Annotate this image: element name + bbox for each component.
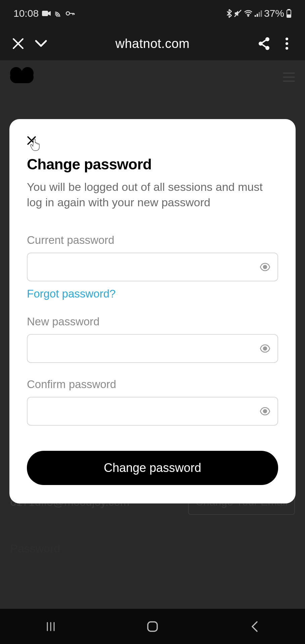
- cursor-hand-icon: [30, 139, 41, 151]
- svg-rect-10: [261, 10, 262, 17]
- eye-icon[interactable]: [259, 261, 271, 273]
- current-password-input[interactable]: [34, 261, 259, 273]
- status-time: 10:08: [13, 8, 39, 19]
- wifi-icon: [244, 10, 253, 17]
- svg-point-26: [263, 265, 267, 269]
- svg-point-27: [263, 347, 267, 350]
- android-nav-bar: [0, 609, 305, 644]
- svg-rect-7: [255, 15, 256, 17]
- confirm-password-label: Confirm password: [27, 378, 278, 391]
- bg-password-label: Password: [10, 542, 60, 555]
- change-password-modal: Change password You will be logged out o…: [9, 119, 296, 503]
- svg-rect-13: [288, 15, 290, 17]
- svg-point-22: [286, 42, 288, 45]
- current-password-field: Current password Forgot password?: [27, 234, 278, 300]
- svg-rect-0: [42, 11, 48, 16]
- more-icon[interactable]: [279, 36, 295, 52]
- key-icon: [66, 11, 75, 16]
- status-bar: 10:08 37%: [0, 0, 305, 27]
- whatnot-logo[interactable]: [10, 71, 34, 83]
- confirm-password-field: Confirm password: [27, 378, 278, 426]
- hamburger-icon[interactable]: [283, 72, 295, 82]
- status-battery: 37%: [264, 8, 284, 19]
- svg-point-23: [286, 47, 288, 50]
- browser-bar: whatnot.com: [0, 27, 305, 60]
- svg-point-28: [263, 410, 267, 413]
- svg-line-19: [262, 40, 266, 43]
- video-icon: [42, 10, 51, 17]
- page-header: [0, 60, 305, 94]
- forgot-password-link[interactable]: Forgot password?: [27, 287, 116, 300]
- svg-line-20: [262, 45, 266, 47]
- modal-title: Change password: [27, 156, 278, 173]
- bluetooth-icon: [226, 9, 232, 18]
- confirm-password-input[interactable]: [34, 406, 259, 417]
- modal-close-button[interactable]: [27, 136, 40, 149]
- svg-rect-32: [148, 622, 157, 631]
- back-button[interactable]: [246, 619, 262, 635]
- signal-icon: [255, 10, 262, 17]
- change-password-button[interactable]: Change password: [27, 451, 278, 485]
- close-tab-icon[interactable]: [10, 36, 26, 52]
- new-password-label: New password: [27, 315, 278, 328]
- status-left: 10:08: [13, 8, 75, 19]
- home-button[interactable]: [144, 619, 161, 635]
- svg-rect-12: [288, 9, 290, 10]
- battery-icon: [286, 9, 292, 18]
- current-password-label: Current password: [27, 234, 278, 247]
- cast-icon: [54, 10, 62, 17]
- chevron-down-icon[interactable]: [33, 36, 49, 52]
- new-password-field: New password: [27, 315, 278, 363]
- recent-apps-button[interactable]: [43, 619, 59, 635]
- eye-icon[interactable]: [259, 343, 271, 354]
- svg-point-21: [286, 38, 288, 40]
- new-password-input[interactable]: [34, 343, 259, 354]
- svg-point-6: [248, 15, 249, 16]
- mute-icon: [234, 9, 242, 17]
- svg-rect-9: [259, 12, 260, 17]
- status-right: 37%: [226, 8, 292, 19]
- modal-description: You will be logged out of all sessions a…: [27, 179, 278, 210]
- browser-url[interactable]: whatnot.com: [56, 37, 249, 51]
- eye-icon[interactable]: [259, 406, 271, 417]
- svg-point-1: [66, 12, 70, 15]
- svg-rect-8: [257, 14, 258, 17]
- share-icon[interactable]: [256, 36, 272, 52]
